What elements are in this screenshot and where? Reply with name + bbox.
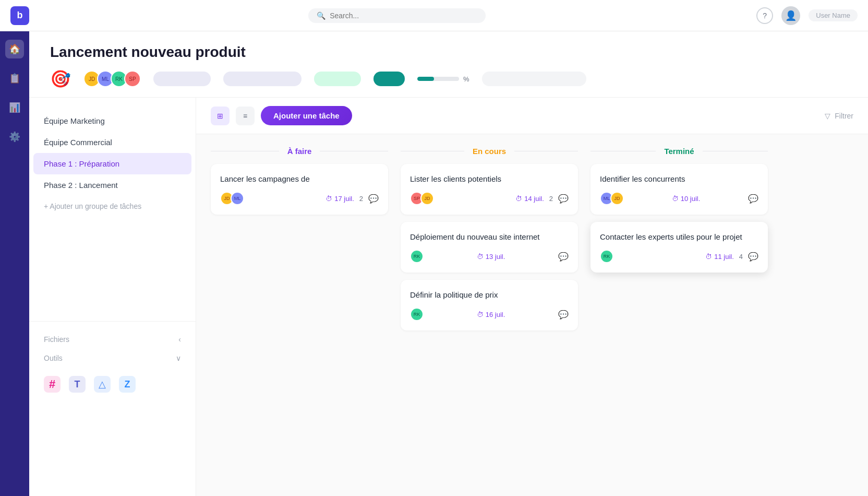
outils-chevron: ∨ — [176, 354, 181, 362]
username-label: User Name — [809, 9, 858, 21]
task-meta: RK ⏱ 13 juil. 💬 — [410, 250, 569, 263]
nav-item-equipe-commercial[interactable]: Équipe Commercial — [29, 132, 196, 153]
sidebar-tasks-icon[interactable]: 📋 — [5, 69, 24, 88]
sidebar-dark: 🏠 📋 📊 ⚙️ — [0, 31, 29, 496]
meta-pill-4 — [373, 72, 405, 86]
sidebar-home-icon[interactable]: 🏠 — [5, 40, 24, 58]
left-nav-bottom: Fichiers ‹ Outils ∨ # T △ Z — [29, 321, 196, 409]
outils-section[interactable]: Outils ∨ — [29, 349, 196, 368]
task-meta: ML JD ⏱ 10 juil. 💬 — [600, 192, 758, 205]
clock-icon: ⏱ — [477, 311, 484, 318]
col-line-left — [401, 151, 464, 151]
task-card[interactable]: Lister les clients potentiels SP JD ⏱ 14… — [401, 164, 578, 215]
project-header: Lancement nouveau produit 🎯 JD ML RK SP — [29, 31, 868, 98]
search-bar[interactable]: 🔍 — [308, 8, 486, 23]
two-col: Équipe Marketing Équipe Commercial Phase… — [29, 98, 868, 496]
column-en-cours: En cours Lister les clients potentiels S… — [401, 147, 578, 338]
task-title: Identifier les concurrents — [600, 173, 758, 184]
task-avatar: ML — [231, 192, 244, 205]
task-avatars: RK — [600, 250, 613, 263]
task-avatars: JD ML — [220, 192, 244, 205]
fichiers-section[interactable]: Fichiers ‹ — [29, 330, 196, 349]
chat-icon: 💬 — [558, 310, 569, 320]
project-icon: 🎯 — [50, 69, 71, 89]
task-avatar: JD — [420, 192, 434, 205]
add-group-link[interactable]: + Ajouter un groupe de tâches — [29, 196, 196, 217]
meta-right-pill — [482, 72, 586, 86]
meta-pill-3 — [314, 72, 361, 86]
app-logo[interactable]: b — [10, 6, 29, 25]
drive-icon[interactable]: △ — [94, 376, 111, 393]
clock-icon: ⏱ — [477, 253, 484, 261]
meta-progress: % — [417, 75, 469, 83]
task-title: Contacter les experts utiles pour le pro… — [600, 231, 758, 242]
task-date: ⏱ 11 juil. — [705, 253, 734, 261]
team-avatar-4[interactable]: SP — [124, 70, 141, 87]
clock-icon: ⏱ — [515, 195, 522, 203]
zoom-icon[interactable]: Z — [119, 376, 136, 393]
task-card[interactable]: Déploiement du nouveau site internet RK … — [401, 222, 578, 273]
navbar: b 🔍 ? 👤 User Name — [0, 0, 868, 31]
avatar[interactable]: 👤 — [781, 6, 800, 25]
teams-icon[interactable]: T — [69, 376, 86, 393]
search-input[interactable] — [330, 11, 477, 20]
task-card[interactable]: Contacter les experts utiles pour le pro… — [590, 222, 768, 273]
task-title: Lancer les campagnes de — [220, 173, 379, 184]
task-date: ⏱ 17 juil. — [326, 195, 354, 203]
col-line-left — [211, 151, 279, 151]
main-layout: 🏠 📋 📊 ⚙️ Lancement nouveau produit 🎯 JD … — [0, 31, 868, 496]
task-date: ⏱ 10 juil. — [672, 195, 701, 203]
task-title: Déploiement du nouveau site internet — [410, 231, 569, 242]
search-icon: 🔍 — [317, 11, 326, 20]
col-title-termine: Terminé — [660, 147, 698, 156]
nav-item-equipe-marketing[interactable]: Équipe Marketing — [29, 110, 196, 132]
col-header-en-cours: En cours — [401, 147, 578, 156]
kanban-toolbar: ⊞ ≡ Ajouter une tâche ▽ Filtrer — [196, 98, 868, 134]
integrations: # T △ Z — [29, 368, 196, 401]
meta-pill-2 — [223, 72, 302, 86]
outils-label: Outils — [44, 354, 63, 362]
task-avatars: SP JD — [410, 192, 434, 205]
help-button[interactable]: ? — [756, 7, 773, 24]
task-title: Lister les clients potentiels — [410, 173, 569, 184]
task-date: ⏱ 14 juil. — [515, 195, 544, 203]
chat-icon: 💬 — [748, 194, 758, 204]
task-meta: RK ⏱ 11 juil. 4 💬 — [600, 250, 758, 263]
col-title-en-cours: En cours — [468, 147, 510, 156]
progress-bar-container — [417, 77, 459, 81]
col-line-right — [320, 151, 388, 151]
sidebar-settings-icon[interactable]: ⚙️ — [5, 127, 24, 146]
task-meta: JD ML ⏱ 17 juil. 2 💬 — [220, 192, 379, 205]
view-list-button[interactable]: ≡ — [236, 107, 255, 125]
sidebar-chart-icon[interactable]: 📊 — [5, 98, 24, 117]
task-avatars: ML JD — [600, 192, 624, 205]
progress-label: % — [463, 75, 469, 83]
nav-item-phase2[interactable]: Phase 2 : Lancement — [29, 174, 196, 196]
content-area: Lancement nouveau produit 🎯 JD ML RK SP — [29, 31, 868, 496]
task-date-value: 17 juil. — [334, 195, 354, 203]
task-count: 4 — [739, 253, 743, 261]
navbar-right: ? 👤 User Name — [756, 6, 858, 25]
project-meta: 🎯 JD ML RK SP % — [50, 69, 847, 89]
chat-icon: 💬 — [558, 252, 569, 262]
view-kanban-button[interactable]: ⊞ — [211, 107, 230, 125]
nav-item-phase1[interactable]: Phase 1 : Préparation — [33, 153, 191, 174]
task-avatars: RK — [410, 308, 424, 321]
task-date-value: 13 juil. — [486, 253, 505, 261]
slack-icon[interactable]: # — [44, 376, 61, 393]
filter-icon: ▽ — [825, 112, 830, 120]
filter-button[interactable]: ▽ Filtrer — [825, 112, 853, 120]
col-header-a-faire: À faire — [211, 147, 388, 156]
task-count: 2 — [359, 195, 363, 203]
task-date-value: 16 juil. — [486, 311, 505, 318]
clock-icon: ⏱ — [326, 195, 332, 203]
add-task-button[interactable]: Ajouter une tâche — [261, 106, 352, 125]
kanban-columns: À faire Lancer les campagnes de JD ML — [196, 134, 868, 496]
task-date-value: 14 juil. — [524, 195, 544, 203]
col-line-right — [703, 151, 768, 151]
task-card[interactable]: Définir la politique de prix RK ⏱ 16 jui… — [401, 280, 578, 330]
col-title-a-faire: À faire — [283, 147, 316, 156]
task-card[interactable]: Identifier les concurrents ML JD ⏱ 10 ju… — [590, 164, 768, 215]
task-card[interactable]: Lancer les campagnes de JD ML ⏱ 17 juil. — [211, 164, 388, 215]
task-date-value: 11 juil. — [714, 253, 734, 261]
